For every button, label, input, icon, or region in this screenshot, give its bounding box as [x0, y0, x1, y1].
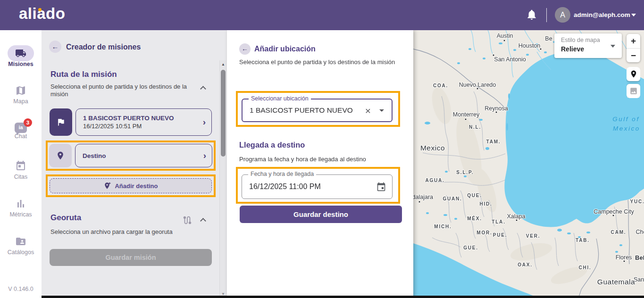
map-label: Austin — [497, 33, 513, 39]
map-container[interactable]: AustinHoustonSan AntonioBeNuevo LaredoRe… — [413, 30, 644, 298]
map-style-value: Relieve — [561, 45, 584, 53]
add-pin-icon — [103, 182, 111, 190]
map-icon — [15, 85, 26, 96]
map-label: GUAN. — [443, 196, 462, 201]
sidebar-item-mapa[interactable]: Mapa — [0, 85, 42, 105]
user-email: admin@aleph.com — [574, 11, 630, 18]
map-label: HID. — [479, 201, 492, 207]
map-label: QUE. — [467, 193, 482, 198]
map-label: Houston — [519, 42, 541, 49]
sidebar-item-misiones[interactable]: Misiones — [0, 48, 42, 67]
sidebar-item-citas[interactable]: Citas — [0, 160, 42, 180]
logo-accent-dot — [38, 8, 42, 11]
add-location-panel: ← Añadir ubicación Selecciona el punto d… — [227, 30, 413, 298]
map-label: CAM. — [611, 230, 627, 235]
map-label: Be — [545, 35, 552, 42]
map-label: AGUA. — [425, 178, 444, 183]
map-label: San Antonio — [494, 56, 526, 63]
sidebar-item-catalogos[interactable]: Catálogos — [0, 236, 42, 256]
map-label: CHI. — [578, 265, 591, 270]
header-divider — [546, 8, 547, 22]
map-label: MOR. — [477, 230, 492, 235]
arrival-subtitle: Programa la fecha y hora de llegada al d… — [239, 156, 366, 163]
map-label: San — [634, 276, 644, 283]
map-city-dot — [495, 111, 498, 114]
map-label: Mexico — [420, 144, 445, 152]
route-icon[interactable] — [182, 215, 192, 225]
map-style-label: Estilo de mapa — [561, 37, 600, 43]
dropdown-caret-icon[interactable] — [379, 109, 384, 112]
map-label: Beli — [635, 254, 644, 261]
map-label: TAM. — [486, 139, 501, 144]
map-label: Gulf of — [612, 116, 639, 123]
sidebar-item-label: Catálogos — [0, 249, 42, 256]
map-city-dot — [465, 118, 467, 121]
collapse-route-icon[interactable] — [200, 86, 206, 92]
map-label: TLA. — [492, 219, 505, 224]
save-mission-button[interactable]: Guardar misión — [50, 249, 212, 266]
map-city-dot — [477, 88, 479, 90]
destination-highlight: Destino › — [46, 141, 216, 171]
zoom-out-button[interactable]: − — [627, 48, 640, 62]
georoute-subtitle: Selecciona un archivo para cargar la geo… — [50, 228, 201, 236]
map-label: Guatemala — [597, 278, 635, 286]
truck-icon — [15, 48, 26, 59]
back-button[interactable]: ← — [49, 41, 61, 53]
stop-row-origin: 1 BASICOST PUERTO NUEVO 16/12/2025 10:51… — [50, 108, 212, 136]
map-city-dot — [418, 201, 421, 203]
style-caret-icon — [611, 45, 615, 48]
map-labels: AustinHoustonSan AntonioBeNuevo LaredoRe… — [413, 30, 644, 298]
add-destination-label: Añadir destino — [115, 182, 158, 190]
locate-pin-button[interactable] — [627, 67, 640, 81]
panel-scrollbar[interactable]: ▲ ▼ — [219, 60, 226, 298]
save-destination-button[interactable]: Guardar destino — [240, 206, 402, 223]
route-section-title: Ruta de la misión — [50, 70, 117, 79]
collapse-georoute-icon[interactable] — [200, 218, 206, 224]
map-tools — [627, 67, 640, 98]
map-label: PUE. — [493, 232, 508, 238]
zoom-in-button[interactable]: + — [627, 34, 640, 48]
mission-creator-panel: ← Creador de misiones Ruta de la misión … — [42, 30, 227, 298]
app-version: V 0.146.0 — [0, 286, 42, 292]
field-value: 1 BASICOST PUERTO NUEVO — [250, 106, 353, 115]
calendar-picker-icon[interactable] — [376, 182, 386, 191]
sidebar-item-label: Chat — [0, 133, 42, 140]
map-label: Mexico — [613, 125, 640, 132]
satellite-image-button[interactable] — [627, 84, 640, 98]
origin-stop-button[interactable]: 1 BASICOST PUERTO NUEVO 16/12/2025 10:51… — [75, 108, 212, 136]
map-style-control[interactable]: Estilo de mapa Relieve — [554, 33, 622, 58]
sidebar-item-label: Citas — [0, 174, 42, 180]
select-location-field[interactable]: Seleccionar ubicación 1 BASICOST PUERTO … — [242, 99, 393, 122]
user-menu-caret-icon[interactable] — [631, 14, 636, 17]
map-label: S.L.P. — [456, 170, 474, 175]
stop-name: Destino — [83, 152, 212, 159]
sidebar-item-chat[interactable]: 3 ia Chat — [0, 123, 42, 140]
map-label: MÉX. — [467, 216, 482, 221]
field-value: 16/12/2025 11:00 PM — [249, 182, 321, 191]
select-location-highlight: Seleccionar ubicación 1 BASICOST PUERTO … — [236, 91, 400, 127]
map-city-dot — [612, 215, 615, 217]
clear-icon[interactable]: × — [365, 106, 371, 116]
arrival-section-title: Llegada a destino — [239, 141, 305, 149]
map-label: GUE. — [463, 245, 478, 250]
folder-icon — [15, 236, 26, 247]
notifications-bell-icon[interactable] — [526, 8, 538, 21]
sidebar-item-metricas[interactable]: Métricas — [0, 198, 42, 218]
app-logo: aliado — [19, 5, 65, 23]
field-label: Seleccionar ubicación — [249, 95, 311, 102]
avatar[interactable]: A — [555, 7, 570, 23]
arrival-datetime-field[interactable]: Fecha y hora de llegada 16/12/2025 11:00… — [242, 174, 393, 199]
map-label: COA. — [433, 83, 448, 88]
destination-stop-button[interactable]: Destino › — [75, 144, 212, 167]
back-button[interactable]: ← — [239, 43, 251, 55]
scrollbar-thumb[interactable] — [221, 70, 226, 157]
stop-name: 1 BASICOST PUERTO NUEVO — [83, 115, 211, 122]
route-section-subtitle: Selecciona el punto de partida y los des… — [50, 83, 192, 98]
map-city-dot — [493, 54, 495, 57]
map-label: N.L. — [469, 124, 481, 130]
add-destination-button[interactable]: Añadir destino — [50, 178, 212, 193]
scroll-up-icon[interactable]: ▲ — [220, 62, 226, 66]
panel-subtitle: Selecciona el punto de partida y los des… — [239, 58, 395, 66]
map-label: TAB. — [576, 238, 590, 243]
arrival-field-highlight: Fecha y hora de llegada 16/12/2025 11:00… — [236, 167, 400, 204]
